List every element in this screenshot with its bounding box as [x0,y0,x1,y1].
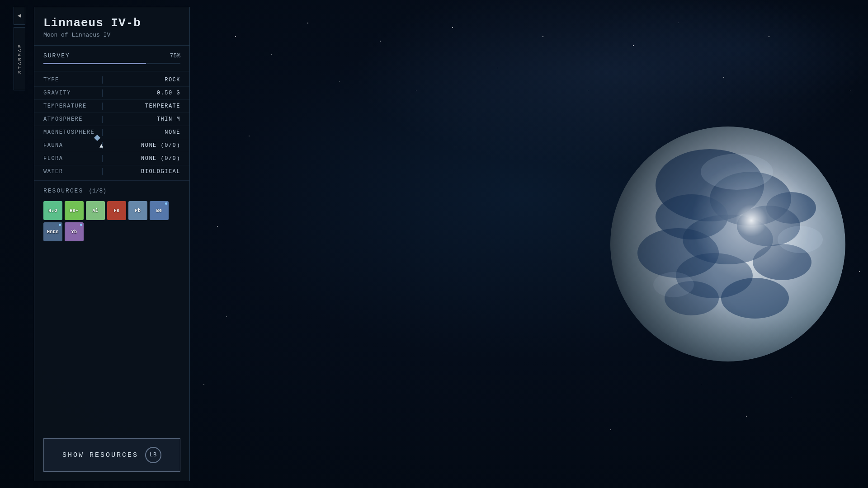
resource-label: Fe [113,208,119,213]
stat-label: FAUNA [43,142,102,149]
stat-divider [102,116,103,123]
resources-count: (1/8) [89,188,106,194]
cursor-arrow: ▲ [99,142,103,150]
stat-row: WATER BIOLOGICAL [34,165,189,178]
resource-badge: Fe [107,201,126,220]
stat-value: ROCK [109,77,180,83]
stat-label: TYPE [43,77,102,83]
stat-value: TEMPERATE [109,103,180,109]
planet-atmosphere [610,127,845,361]
stat-row: TEMPERATURE TEMPERATE [34,100,189,113]
resource-label: HnCn [47,230,59,235]
resource-badge: Pb [128,201,147,220]
resource-label: Al [92,208,98,213]
planet-container [610,127,845,361]
survey-section: SURVEY 75% [34,46,189,71]
resources-grid: H₂OHe+AlFePbBeHnCnYb [43,201,180,241]
stat-row: TYPE ROCK [34,74,189,87]
stat-value: 0.50 G [109,90,180,96]
stat-value: NONE (0/0) [109,142,180,149]
resource-badge: He+ [65,201,84,220]
stat-label: MAGNETOSPHERE [43,129,102,136]
stat-divider [102,103,103,110]
resource-dot [59,224,61,226]
lb-badge: LB [145,447,161,463]
stat-label: GRAVITY [43,90,102,96]
resources-section: RESOURCES (1/8) H₂OHe+AlFePbBeHnCnYb [34,181,189,434]
back-arrow-icon: ◄ [18,12,21,19]
survey-label: SURVEY [43,52,70,59]
stat-label: TEMPERATURE [43,103,102,109]
resource-badge: Be [150,201,169,220]
resource-badge: Al [86,201,105,220]
stat-label: WATER [43,169,102,175]
show-resources-label: SHOW RESOURCES [62,451,138,459]
stat-value: BIOLOGICAL [109,169,180,175]
stat-row: MAGNETOSPHERE NONE [34,126,189,139]
planet-sphere [610,127,845,361]
stat-divider [102,129,103,136]
panel-header: Linnaeus IV-b Moon of Linnaeus IV [34,7,189,46]
stats-section: TYPE ROCK GRAVITY 0.50 G TEMPERATURE TEM… [34,71,189,181]
survey-percentage: 75% [170,52,180,59]
stat-divider [102,168,103,175]
back-button[interactable]: ◄ [14,7,25,25]
resource-label: Pb [135,208,141,213]
show-resources-button[interactable]: SHOW RESOURCES LB [43,438,180,472]
starmap-tab-label: STARMAP [17,43,23,74]
stat-divider [102,155,103,162]
resource-badge: H₂O [43,201,62,220]
stat-divider [102,76,103,84]
resource-label: Yb [71,230,77,235]
starmap-tab[interactable]: STARMAP [14,27,25,90]
resource-label: H₂O [48,208,57,213]
planet-name: Linnaeus IV-b [43,16,180,30]
resource-badge: Yb [65,222,84,241]
stat-value: NONE (0/0) [109,155,180,162]
stat-row: GRAVITY 0.50 G [34,87,189,100]
resource-dot [80,224,82,226]
planet-subtitle: Moon of Linnaeus IV [43,32,180,38]
resources-label: RESOURCES [43,188,83,194]
resource-badge: HnCn [43,222,62,241]
stat-label: FLORA [43,155,102,162]
resource-label: He+ [70,208,79,213]
stat-divider [102,89,103,97]
info-panel: Linnaeus IV-b Moon of Linnaeus IV SURVEY… [34,7,190,481]
survey-bar-fill [43,63,146,64]
stat-value: NONE [109,129,180,136]
survey-bar-background [43,63,180,64]
stat-value: THIN M [109,116,180,122]
stat-row: FAUNA NONE (0/0) [34,139,189,152]
stat-label: ATMOSPHERE [43,116,102,122]
resource-label: Be [156,208,162,213]
stat-row: ATMOSPHERE THIN M [34,113,189,126]
resource-dot [165,202,167,205]
stat-row: FLORA NONE (0/0) [34,152,189,165]
